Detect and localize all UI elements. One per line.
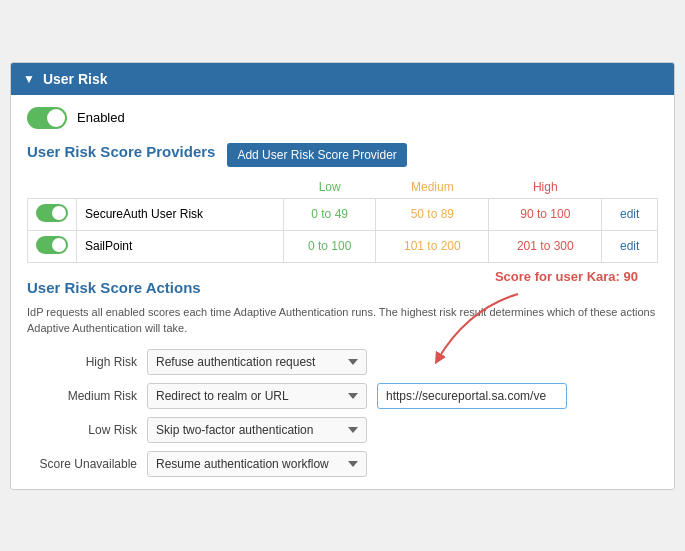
provider-name: SailPoint xyxy=(77,230,284,262)
enabled-toggle[interactable] xyxy=(27,107,67,129)
action-label: High Risk xyxy=(27,355,137,369)
enabled-row: Enabled xyxy=(27,107,658,129)
table-row: SecureAuth User Risk 0 to 49 50 to 89 90… xyxy=(28,198,658,230)
action-row: High RiskRefuse authentication requestAl… xyxy=(27,349,658,375)
provider-name: SecureAuth User Risk xyxy=(77,198,284,230)
provider-edit-link[interactable]: edit xyxy=(620,239,639,253)
chevron-icon: ▼ xyxy=(23,72,35,86)
row-toggle-0[interactable] xyxy=(36,204,68,222)
provider-edit-link[interactable]: edit xyxy=(620,207,639,221)
col-medium: Medium xyxy=(376,176,489,199)
row-toggle-cell xyxy=(28,198,77,230)
card-title: User Risk xyxy=(43,71,108,87)
provider-high: 90 to 100 xyxy=(489,198,602,230)
action-row: Medium RiskRedirect to realm or URLAllow… xyxy=(27,383,658,409)
providers-header: User Risk Score Providers Add User Risk … xyxy=(27,143,658,168)
user-risk-card: ▼ User Risk Enabled User Risk Score Prov… xyxy=(10,62,675,490)
action-select-2[interactable]: Skip two-factor authenticationAllow auth… xyxy=(147,417,367,443)
col-low: Low xyxy=(283,176,376,199)
action-select-1[interactable]: Redirect to realm or URLAllow authentica… xyxy=(147,383,367,409)
score-actions-section: User Risk Score Actions Score for user K… xyxy=(27,279,658,477)
provider-low: 0 to 49 xyxy=(283,198,376,230)
add-provider-button[interactable]: Add User Risk Score Provider xyxy=(227,143,406,167)
action-row: Low RiskSkip two-factor authenticationAl… xyxy=(27,417,658,443)
action-label: Low Risk xyxy=(27,423,137,437)
url-input[interactable] xyxy=(377,383,567,409)
providers-section-title: User Risk Score Providers xyxy=(27,143,215,160)
table-row: SailPoint 0 to 100 101 to 200 201 to 300… xyxy=(28,230,658,262)
card-header: ▼ User Risk xyxy=(11,63,674,95)
score-actions-title: User Risk Score Actions xyxy=(27,279,658,296)
row-toggle-cell xyxy=(28,230,77,262)
score-actions-description: IdP requests all enabled scores each tim… xyxy=(27,304,658,337)
action-rows: High RiskRefuse authentication requestAl… xyxy=(27,349,658,477)
providers-table: Low Medium High SecureAuth User Risk 0 t… xyxy=(27,176,658,263)
row-toggle-1[interactable] xyxy=(36,236,68,254)
action-select-0[interactable]: Refuse authentication requestAllow authe… xyxy=(147,349,367,375)
action-select-3[interactable]: Resume authentication workflowAllow auth… xyxy=(147,451,367,477)
action-label: Medium Risk xyxy=(27,389,137,403)
provider-low: 0 to 100 xyxy=(283,230,376,262)
provider-medium: 101 to 200 xyxy=(376,230,489,262)
col-high: High xyxy=(489,176,602,199)
enabled-label: Enabled xyxy=(77,110,125,125)
action-row: Score UnavailableResume authentication w… xyxy=(27,451,658,477)
provider-medium: 50 to 89 xyxy=(376,198,489,230)
provider-high: 201 to 300 xyxy=(489,230,602,262)
card-body: Enabled User Risk Score Providers Add Us… xyxy=(11,95,674,489)
action-label: Score Unavailable xyxy=(27,457,137,471)
